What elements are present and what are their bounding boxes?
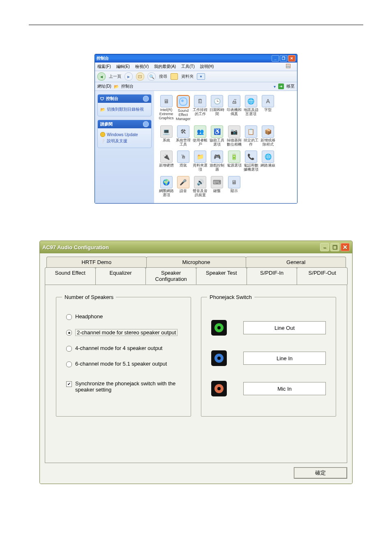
cp-item-speech[interactable]: 🎤語音: [175, 176, 191, 197]
cp-item-system[interactable]: 💻系統: [158, 125, 174, 147]
sound-effect-manager-label: Sound Effect Manager: [175, 109, 191, 121]
cp-item-region-language[interactable]: 🌐地區及語言選項: [243, 95, 259, 121]
cp-item-keyboard[interactable]: ⌨鍵盤: [209, 176, 225, 197]
tab-sound-effect[interactable]: Sound Effect: [45, 267, 96, 285]
help-support-link[interactable]: ❔說明及支援: [100, 138, 149, 144]
tab-general[interactable]: General: [246, 257, 346, 267]
ac97-title: AC97 Audio Configuration: [42, 244, 319, 250]
cp-item-sound-audio[interactable]: 🔊聲音及音訊裝置: [192, 176, 208, 197]
minimize-button[interactable]: _: [272, 55, 279, 62]
minimize-button[interactable]: –: [320, 243, 329, 251]
radio-6channel[interactable]: 6-channel mode for 5.1 speaker output: [66, 361, 185, 367]
jack-pink-icon[interactable]: [211, 381, 227, 396]
maximize-button[interactable]: ❐: [330, 243, 339, 251]
menu-help[interactable]: 說明(H): [200, 64, 214, 69]
menu-bar[interactable]: 檔案(F) 編輯(E) 檢視(V) 我的最愛(A) 工具(T) 說明(H) 🪟: [95, 63, 297, 71]
address-label: 網址(D): [97, 83, 111, 89]
go-label[interactable]: 移至: [286, 83, 295, 89]
accessibility-label: 協助工具選項: [209, 139, 225, 147]
cp-item-sound-effect-manager[interactable]: Sound Effect Manager: [175, 95, 191, 121]
add-hardware-label: 新增硬體: [159, 164, 174, 171]
cp-item-fonts[interactable]: A字型: [260, 95, 276, 121]
up-icon[interactable]: ⮹: [136, 72, 144, 81]
radio-icon[interactable]: [66, 330, 72, 336]
jack-green-icon[interactable]: [211, 320, 227, 336]
ac97-titlebar[interactable]: AC97 Audio Configuration – ❐ ✕: [40, 241, 352, 253]
windows-update-link[interactable]: Windows Update: [100, 132, 149, 137]
radio-headphone[interactable]: Headphone: [66, 313, 185, 320]
search-label: 搜尋: [159, 74, 167, 79]
radio-2channel[interactable]: 2-channel mode for stereo speaker output: [66, 329, 185, 336]
cp-title: 控制台: [97, 56, 271, 61]
search-icon[interactable]: 🔍: [148, 72, 156, 81]
cp-item-scanners-cameras[interactable]: 📷掃描器與數位相機: [226, 125, 242, 147]
cp-item-network-connections[interactable]: 🌐網路連線: [260, 151, 276, 172]
collapse-icon[interactable]: [143, 121, 149, 127]
tab-spdif-out[interactable]: S/PDIF-Out: [297, 267, 348, 285]
cp-item-power-options[interactable]: 🔋電源選項: [226, 151, 242, 172]
menu-view[interactable]: 檢視(V): [135, 64, 149, 69]
cp-item-mouse[interactable]: 🖱滑鼠: [175, 151, 191, 172]
jack-line-in-field[interactable]: Line In: [243, 352, 326, 365]
radio-headphone-label: Headphone: [75, 313, 103, 320]
cp-item-folder-options[interactable]: 📁資料夾選項: [192, 151, 208, 172]
cp-item-scheduled-tasks[interactable]: 🗓工作排程的工作: [192, 95, 208, 121]
cp-item-internet-options[interactable]: 🌍網際網路選項: [158, 176, 174, 197]
fonts-icon: A: [262, 95, 274, 107]
fonts-label: 字型: [264, 108, 272, 116]
checkbox-icon[interactable]: [66, 381, 72, 387]
radio-icon[interactable]: [66, 361, 72, 367]
maximize-button[interactable]: ❐: [280, 55, 287, 62]
game-controllers-icon: 🎮: [211, 151, 223, 163]
jack-row-mic-in: Mic In: [211, 381, 326, 396]
close-button[interactable]: ✕: [341, 243, 350, 251]
cp-titlebar[interactable]: 控制台 _ ❐ ✕: [95, 54, 297, 63]
radio-icon[interactable]: [66, 346, 72, 352]
menu-edit[interactable]: 編輯(E): [116, 64, 130, 69]
folders-icon[interactable]: [171, 73, 178, 80]
tab-microphone[interactable]: Microphone: [146, 257, 247, 267]
cp-item-user-accounts[interactable]: 👥使用者帳戶: [192, 125, 208, 147]
tab-speaker-test[interactable]: Speaker Test: [196, 267, 247, 285]
radio-4channel[interactable]: 4-channel mode for 4 speaker output: [66, 345, 185, 352]
jack-blue-icon[interactable]: [211, 350, 227, 366]
group-phonejack-switch: Phonejack Switch Line Out Line In: [201, 294, 336, 417]
tab-hrtf-demo[interactable]: HRTF Demo: [46, 257, 147, 267]
jack-line-out-field[interactable]: Line Out: [243, 321, 326, 334]
mouse-label: 滑鼠: [180, 164, 187, 171]
tab-spdif-in[interactable]: S/PDIF-In: [247, 267, 297, 285]
radio-icon[interactable]: [66, 314, 72, 320]
address-value[interactable]: 控制台: [121, 83, 271, 89]
cp-item-task[interactable]: 📋排定的工作: [243, 125, 259, 147]
back-label: 上一頁: [109, 74, 121, 79]
cp-item-add-remove-programs[interactable]: 📦新增或移除程式: [260, 125, 276, 147]
cp-item-accessibility[interactable]: ♿協助工具選項: [209, 125, 225, 147]
collapse-icon[interactable]: [143, 96, 149, 102]
panel1-item[interactable]: 📂 切換到類別目錄檢視: [100, 107, 149, 112]
cp-item-add-hardware[interactable]: 🔌新增硬體: [158, 151, 174, 172]
menu-file[interactable]: 檔案(F): [97, 64, 111, 69]
tab-speaker-configuration[interactable]: Speaker Configuration: [145, 267, 196, 285]
tab-equalizer[interactable]: Equalizer: [95, 267, 146, 285]
menu-favorites[interactable]: 我的最愛(A): [154, 64, 176, 69]
region-language-label: 地區及語言選項: [243, 108, 259, 116]
ok-button[interactable]: 確定: [294, 467, 347, 479]
forward-icon[interactable]: ►: [125, 72, 133, 81]
back-icon[interactable]: ◄: [97, 72, 106, 81]
address-dropdown-icon[interactable]: ▾: [274, 84, 276, 89]
go-icon[interactable]: ➔: [278, 83, 284, 89]
cp-item-system-admin[interactable]: 🛠系統管理工具: [175, 125, 191, 147]
speech-label: 語音: [180, 189, 187, 197]
checkbox-sync[interactable]: Synchronize the phonejack switch with th…: [66, 380, 185, 393]
cp-item-game-controllers[interactable]: 🎮遊戲控制器: [209, 151, 225, 172]
cp-item-intel-graphics[interactable]: 🖥Intel(R) Extreme Graphics: [158, 95, 174, 121]
menu-tools[interactable]: 工具(T): [181, 64, 195, 69]
jack-mic-in-field[interactable]: Mic In: [243, 382, 326, 395]
cp-item-display[interactable]: 🖥顯示: [226, 176, 242, 197]
tab-sheet: Number of Speakers Headphone 2-channel m…: [45, 285, 347, 463]
cp-item-printers-fax[interactable]: 🖨印表機和傳真: [226, 95, 242, 121]
cp-item-phone-modem[interactable]: 📞電話和數據機選項: [243, 151, 259, 172]
close-button[interactable]: ✕: [288, 55, 295, 62]
cp-item-date-time[interactable]: 🕒日期和時間: [209, 95, 225, 121]
views-icon[interactable]: [197, 73, 205, 80]
